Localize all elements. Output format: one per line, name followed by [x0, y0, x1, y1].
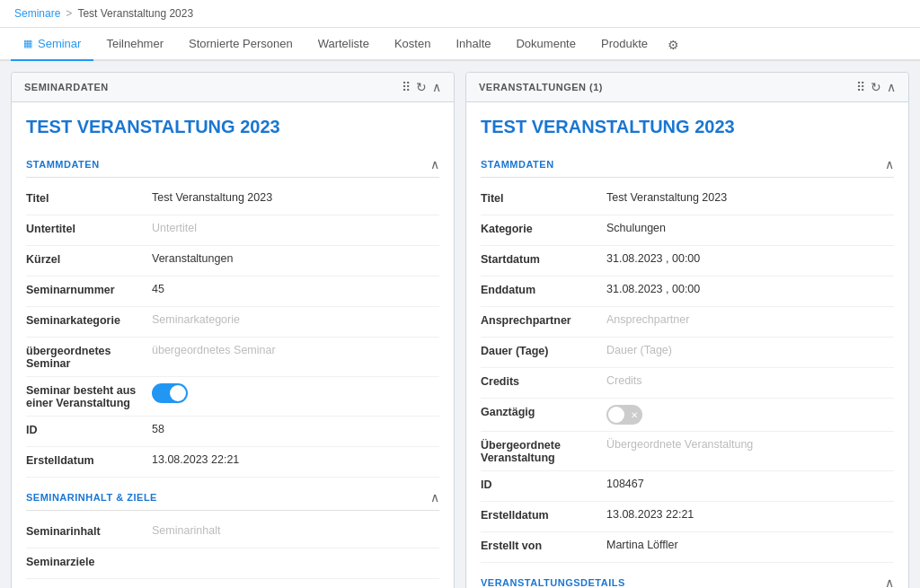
field-besteht-aus: Seminar besteht aus einer Veranstaltung: [26, 377, 439, 417]
right-panel-title: VERANSTALTUNGEN (1): [479, 82, 603, 92]
left-panel-actions: ⠿ ↻ ∧: [402, 80, 441, 94]
right-panel-main-title: TEST VERANSTALTUNG 2023: [481, 117, 894, 137]
right-field-titel-label: Titel: [481, 191, 606, 205]
right-panel-collapse-icon[interactable]: ∧: [887, 80, 896, 94]
tab-kosten[interactable]: Kosten: [382, 28, 443, 61]
ganztaegig-toggle[interactable]: [606, 405, 642, 425]
right-field-dauer: Dauer (Tage) Dauer (Tage): [481, 338, 894, 368]
field-titel-label: Titel: [26, 191, 152, 205]
right-field-uebergeordnete-label: Übergeordnete Veranstaltung: [481, 438, 606, 464]
right-panel-body: TEST VERANSTALTUNG 2023 STAMMDATEN ∧ Tit…: [466, 102, 908, 588]
right-stammdaten-label: STAMMDATEN: [481, 159, 554, 170]
toggle-off[interactable]: [606, 405, 642, 425]
field-seminarziele: Seminarziele: [26, 549, 439, 579]
left-panel-grid-icon[interactable]: ⠿: [402, 80, 411, 94]
right-field-startdatum: Startdatum 31.08.2023 , 00:00: [481, 246, 894, 276]
right-panel-actions: ⠿ ↻ ∧: [856, 80, 896, 94]
field-uebergeordnetes-seminar-label: übergeordnetes Seminar: [26, 344, 152, 370]
besteht-aus-toggle[interactable]: [152, 383, 188, 403]
right-field-uebergeordnete-value: Übergeordnete Veranstaltung: [606, 438, 894, 451]
right-field-startdatum-label: Startdatum: [481, 252, 606, 266]
right-field-id-value: 108467: [606, 478, 894, 490]
field-id-left: ID 58: [26, 417, 439, 447]
right-veranstaltungsdetails-collapse[interactable]: ∧: [885, 575, 894, 588]
field-seminarinhalt-value: Seminarinhalt: [152, 524, 439, 537]
right-field-erstellt-von: Erstellt von Martina Löffler: [481, 532, 894, 563]
tab-dokumente[interactable]: Dokumente: [503, 28, 588, 61]
left-panel-header: SEMINARDATEN ⠿ ↻ ∧: [12, 73, 454, 102]
right-stammdaten-header: STAMMDATEN ∧: [481, 152, 894, 178]
right-field-erstelldatum: Erstelldatum 13.08.2023 22:21: [481, 502, 894, 532]
right-panel-grid-icon[interactable]: ⠿: [856, 80, 865, 94]
right-field-erstellt-von-label: Erstellt von: [481, 539, 606, 552]
tab-produkte[interactable]: Produkte: [588, 28, 660, 61]
right-field-ansprechpartner-value: Ansprechpartner: [606, 313, 894, 326]
settings-gear-icon[interactable]: ⚙: [660, 29, 686, 61]
left-stammdaten-collapse[interactable]: ∧: [430, 157, 439, 171]
right-field-titel: Titel Test Veranstaltung 2023: [481, 185, 894, 215]
right-panel-refresh-icon[interactable]: ↻: [871, 80, 881, 94]
field-uebergeordnetes-seminar: übergeordnetes Seminar übergeordnetes Se…: [26, 338, 439, 377]
breadcrumb-separator: >: [66, 7, 72, 20]
field-seminarkategorie: Seminarkategorie Seminarkategorie: [26, 307, 439, 338]
field-seminarnummer-label: Seminarnummer: [26, 283, 152, 296]
right-field-id-label: ID: [481, 478, 606, 491]
field-uebergeordnetes-seminar-value: übergeordnetes Seminar: [152, 344, 439, 356]
field-seminarkategorie-value: Seminarkategorie: [152, 313, 439, 326]
right-field-ganztaegig: Ganztägig: [481, 399, 894, 432]
right-field-enddatum: Enddatum 31.08.2023 , 00:00: [481, 276, 894, 307]
right-stammdaten-collapse[interactable]: ∧: [885, 157, 894, 171]
left-panel-collapse-icon[interactable]: ∧: [432, 80, 441, 94]
tab-inhalte[interactable]: Inhalte: [443, 28, 503, 61]
tab-inhalte-label: Inhalte: [456, 37, 491, 50]
tabs-bar: ▦ Seminar Teilnehmer Stornierte Personen…: [0, 28, 920, 61]
field-untertitel: Untertitel Untertitel: [26, 215, 439, 246]
right-field-enddatum-value: 31.08.2023 , 00:00: [606, 283, 894, 295]
right-field-ganztaegig-label: Ganztägig: [481, 405, 606, 418]
tab-warteliste[interactable]: Warteliste: [305, 28, 382, 61]
right-field-erstelldatum-value: 13.08.2023 22:21: [606, 508, 894, 521]
breadcrumb-link[interactable]: Seminare: [14, 7, 60, 20]
left-panel: SEMINARDATEN ⠿ ↻ ∧ TEST VERANSTALTUNG 20…: [11, 72, 455, 588]
right-veranstaltungsdetails-header: VERANSTALTUNGSDETAILS ∧: [481, 570, 894, 588]
left-stammdaten-section: STAMMDATEN ∧ Titel Test Veranstaltung 20…: [26, 152, 439, 478]
right-field-kategorie: Kategorie Schulungen: [481, 215, 894, 246]
right-field-titel-value: Test Veranstaltung 2023: [606, 191, 894, 204]
field-untertitel-label: Untertitel: [26, 222, 152, 235]
field-erstelldatum-left-label: Erstelldatum: [26, 453, 152, 467]
field-seminarkategorie-label: Seminarkategorie: [26, 313, 152, 327]
field-titel-value: Test Veranstaltung 2023: [152, 191, 439, 204]
tab-seminar-label: Seminar: [38, 37, 81, 50]
right-field-enddatum-label: Enddatum: [481, 283, 606, 296]
tab-teilnehmer-label: Teilnehmer: [106, 37, 164, 50]
right-field-dauer-value: Dauer (Tage): [606, 344, 894, 356]
left-seminarinhalt-collapse[interactable]: ∧: [430, 490, 439, 505]
field-seminarinhalt-label: Seminarinhalt: [26, 524, 152, 538]
tab-warteliste-label: Warteliste: [318, 37, 369, 50]
right-field-erstellt-von-value: Martina Löffler: [606, 539, 894, 551]
tab-teilnehmer[interactable]: Teilnehmer: [93, 28, 176, 61]
right-field-credits: Credits Credits: [481, 368, 894, 399]
field-seminarnummer-value: 45: [152, 283, 439, 295]
left-seminarinhalt-label: SEMINARINHALT & ZIELE: [26, 492, 157, 503]
right-field-ansprechpartner: Ansprechpartner Ansprechpartner: [481, 307, 894, 338]
right-field-startdatum-value: 31.08.2023 , 00:00: [606, 252, 894, 265]
tab-produkte-label: Produkte: [601, 37, 648, 50]
tab-kosten-label: Kosten: [394, 37, 430, 50]
field-kuerzel: Kürzel Veranstaltungen: [26, 246, 439, 276]
right-field-dauer-label: Dauer (Tage): [481, 344, 606, 357]
tab-stornierte-label: Stornierte Personen: [189, 37, 293, 50]
toggle-off-circle: [608, 407, 624, 423]
right-field-uebergeordnete: Übergeordnete Veranstaltung Übergeordnet…: [481, 432, 894, 471]
tab-dokumente-label: Dokumente: [516, 37, 575, 50]
left-panel-refresh-icon[interactable]: ↻: [416, 80, 427, 94]
field-id-left-value: 58: [152, 423, 439, 435]
tab-stornierte[interactable]: Stornierte Personen: [176, 28, 305, 61]
toggle-on[interactable]: [152, 383, 188, 403]
right-panel-header: VERANSTALTUNGEN (1) ⠿ ↻ ∧: [466, 73, 908, 102]
right-field-credits-label: Credits: [481, 374, 606, 388]
left-panel-main-title: TEST VERANSTALTUNG 2023: [26, 117, 439, 137]
right-stammdaten-section: STAMMDATEN ∧ Titel Test Veranstaltung 20…: [481, 152, 894, 563]
tab-seminar[interactable]: ▦ Seminar: [11, 28, 93, 61]
field-seminarziele-label: Seminarziele: [26, 555, 152, 568]
